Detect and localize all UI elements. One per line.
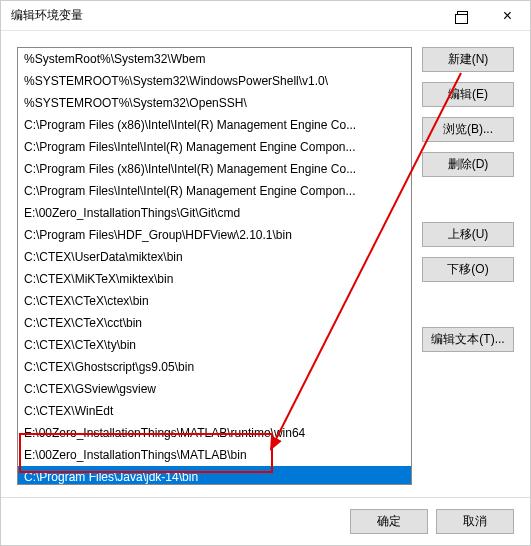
list-item[interactable]: C:\CTEX\Ghostscript\gs9.05\bin (18, 356, 411, 378)
list-item[interactable]: %SYSTEMROOT%\System32\WindowsPowerShell\… (18, 70, 411, 92)
move-up-button[interactable]: 上移(U) (422, 222, 514, 247)
list-item[interactable]: C:\Program Files\Intel\Intel(R) Manageme… (18, 136, 411, 158)
window-title: 编辑环境变量 (11, 7, 440, 24)
list-item[interactable]: E:\00Zero_InstallationThings\MATLAB\runt… (18, 422, 411, 444)
list-item[interactable]: C:\Program Files (x86)\Intel\Intel(R) Ma… (18, 114, 411, 136)
delete-button[interactable]: 删除(D) (422, 152, 514, 177)
list-item[interactable]: C:\CTEX\UserData\miktex\bin (18, 246, 411, 268)
close-icon: × (503, 8, 512, 24)
list-item[interactable]: C:\Program Files\Java\jdk-14\bin (18, 466, 411, 485)
list-item[interactable]: E:\00Zero_InstallationThings\MATLAB\bin (18, 444, 411, 466)
footer: 确定 取消 (1, 497, 530, 545)
list-item[interactable]: %SYSTEMROOT%\System32\OpenSSH\ (18, 92, 411, 114)
path-listbox[interactable]: %SystemRoot%\System32\Wbem%SYSTEMROOT%\S… (17, 47, 412, 485)
edit-button[interactable]: 编辑(E) (422, 82, 514, 107)
list-item[interactable]: E:\00Zero_InstallationThings\Git\Git\cmd (18, 202, 411, 224)
close-button[interactable]: × (485, 1, 530, 31)
list-item[interactable]: C:\CTEX\GSview\gsview (18, 378, 411, 400)
content-area: %SystemRoot%\System32\Wbem%SYSTEMROOT%\S… (1, 31, 530, 491)
list-item[interactable]: C:\CTEX\CTeX\ctex\bin (18, 290, 411, 312)
titlebar: 编辑环境变量 × (1, 1, 530, 31)
cancel-button[interactable]: 取消 (436, 509, 514, 534)
maximize-icon (457, 11, 468, 20)
new-button[interactable]: 新建(N) (422, 47, 514, 72)
list-item[interactable]: C:\CTEX\CTeX\ty\bin (18, 334, 411, 356)
list-item[interactable]: C:\Program Files\HDF_Group\HDFView\2.10.… (18, 224, 411, 246)
list-item[interactable]: C:\Program Files (x86)\Intel\Intel(R) Ma… (18, 158, 411, 180)
list-item[interactable]: %SystemRoot%\System32\Wbem (18, 48, 411, 70)
list-item[interactable]: C:\CTEX\WinEdt (18, 400, 411, 422)
move-down-button[interactable]: 下移(O) (422, 257, 514, 282)
browse-button[interactable]: 浏览(B)... (422, 117, 514, 142)
maximize-button[interactable] (440, 1, 485, 31)
list-item[interactable]: C:\CTEX\MiKTeX\miktex\bin (18, 268, 411, 290)
side-button-panel: 新建(N) 编辑(E) 浏览(B)... 删除(D) 上移(U) 下移(O) 编… (422, 47, 514, 491)
edit-text-button[interactable]: 编辑文本(T)... (422, 327, 514, 352)
ok-button[interactable]: 确定 (350, 509, 428, 534)
list-item[interactable]: C:\CTEX\CTeX\cct\bin (18, 312, 411, 334)
list-item[interactable]: C:\Program Files\Intel\Intel(R) Manageme… (18, 180, 411, 202)
